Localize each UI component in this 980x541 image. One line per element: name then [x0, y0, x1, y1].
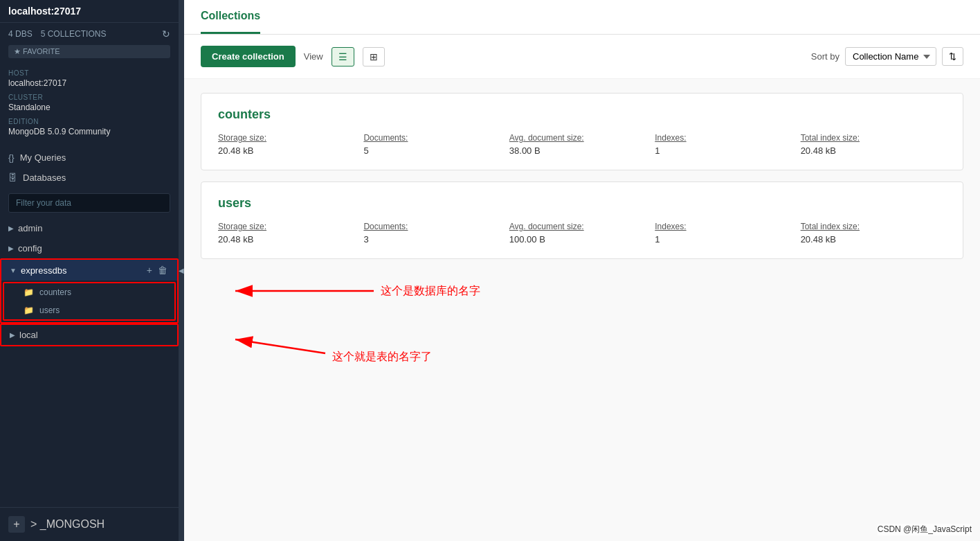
my-queries-label: My Queries [20, 152, 66, 163]
stat-documents: Documents: 5 [363, 133, 509, 156]
sidebar-item-users[interactable]: 📁 users [4, 301, 174, 319]
refresh-icon[interactable]: ↻ [162, 28, 170, 39]
cluster-value: Standalone [8, 103, 170, 112]
sort-select[interactable]: Collection Name Storage Size Documents [845, 47, 936, 66]
view-list-button[interactable]: ☰ [332, 47, 354, 66]
db-action-buttons: + 🗑 [145, 265, 169, 276]
sort-section: Sort by Collection Name Storage Size Doc… [811, 47, 963, 66]
annotation-text-2: 这个就是表的名字了 [332, 351, 432, 362]
host-value: localhost:27017 [8, 78, 170, 88]
db-name-local: local [19, 330, 169, 340]
local-group: ▶ local [0, 323, 179, 346]
collection-title-users[interactable]: users [218, 196, 946, 211]
stat-total-index-size: Total index size: 20.48 kB [801, 222, 946, 245]
mongosh-label: > _MONGOSH [30, 518, 105, 531]
sidebar-item-local[interactable]: ▶ local [1, 325, 177, 345]
stat-avg-doc-size: Avg. document size: 100.00 B [509, 222, 655, 245]
db-name-expressdbs: expressdbs [21, 265, 145, 276]
database-list: ▶ admin ▶ config ▼ expressdbs + 🗑 📁 cou [0, 218, 179, 507]
tab-collections[interactable]: Collections [201, 0, 260, 34]
view-label: View [304, 51, 323, 62]
main-content: Collections Create collection View ☰ ⊞ S… [184, 0, 980, 541]
collection-name-users: users [39, 305, 60, 315]
add-connection-button[interactable]: + [8, 516, 25, 533]
favorite-button[interactable]: ★ FAVORITE [8, 45, 170, 58]
sidebar-item-config[interactable]: ▶ config [0, 238, 179, 258]
chevron-right-icon: ▶ [8, 224, 14, 232]
folder-icon: 📁 [24, 287, 34, 297]
edition-label: EDITION [8, 118, 170, 125]
annotation-svg: 这个是数据库的名字 这个就是表的名字了 [201, 270, 616, 409]
add-collection-button[interactable]: + [145, 265, 154, 276]
collection-stats-users: Storage size: 20.48 kB Documents: 3 Avg.… [218, 222, 946, 245]
toolbar: Create collection View ☰ ⊞ Sort by Colle… [184, 35, 980, 79]
stat-avg-doc-size: Avg. document size: 38.00 B [509, 133, 655, 156]
chevron-down-icon: ▼ [10, 267, 17, 274]
databases-label: Databases [23, 172, 66, 183]
stat-indexes: Indexes: 1 [655, 133, 800, 156]
sort-label: Sort by [811, 51, 840, 62]
collections-content: counters Storage size: 20.48 kB Document… [184, 79, 980, 541]
main-header: Collections [184, 0, 980, 35]
annotation-area: 这个是数据库的名字 这个就是表的名字了 [201, 270, 963, 409]
sidebar-item-databases[interactable]: 🗄 Databases [0, 168, 179, 188]
db-name-config: config [18, 243, 170, 254]
sidebar-collapse-handle[interactable]: ◀ [179, 0, 184, 541]
collection-stats-counters: Storage size: 20.48 kB Documents: 5 Avg.… [218, 133, 946, 156]
chevron-right-icon: ▶ [10, 331, 15, 339]
stat-total-index-size: Total index size: 20.48 kB [801, 133, 946, 156]
annotation-text-1: 这个是数据库的名字 [381, 285, 480, 296]
sort-direction-button[interactable]: ⇅ [942, 47, 963, 66]
view-grid-button[interactable]: ⊞ [363, 47, 385, 66]
svg-line-3 [235, 339, 325, 353]
collection-name-counters: counters [39, 287, 71, 297]
sidebar-item-counters[interactable]: 📁 counters [4, 283, 174, 301]
collection-card-users: users Storage size: 20.48 kB Documents: … [201, 181, 963, 259]
folder-icon: 📁 [24, 305, 34, 315]
watermark: CSDN @闲鱼_JavaScript [878, 524, 972, 535]
sidebar-header: localhost:27017 [0, 0, 179, 23]
db-stats-row: 4 DBS 5 COLLECTIONS ↻ [0, 23, 179, 45]
delete-db-button[interactable]: 🗑 [156, 265, 169, 276]
sidebar: localhost:27017 4 DBS 5 COLLECTIONS ↻ ★ … [0, 0, 179, 541]
chevron-right-icon: ▶ [8, 245, 14, 252]
sidebar-bottom: + > _MONGOSH [0, 507, 179, 541]
filter-input[interactable] [8, 193, 170, 213]
host-label: HOST [8, 69, 170, 77]
app-title: localhost:27017 [8, 6, 170, 17]
create-collection-button[interactable]: Create collection [201, 46, 296, 67]
host-info: HOST localhost:27017 CLUSTER Standalone … [0, 64, 179, 148]
main-tabs: Collections [201, 0, 963, 34]
stat-storage-size: Storage size: 20.48 kB [218, 222, 363, 245]
db-name-admin: admin [18, 223, 170, 233]
stat-indexes: Indexes: 1 [655, 222, 800, 245]
sidebar-item-admin[interactable]: ▶ admin [0, 218, 179, 238]
collection-title-counters[interactable]: counters [218, 107, 946, 122]
dbs-count: 4 DBS [8, 29, 33, 39]
collapse-arrow-icon: ◀ [179, 267, 184, 274]
cluster-label: CLUSTER [8, 94, 170, 101]
stat-storage-size: Storage size: 20.48 kB [218, 133, 363, 156]
stat-documents: Documents: 3 [363, 222, 509, 245]
collections-group: 📁 counters 📁 users [3, 282, 176, 321]
collection-card-counters: counters Storage size: 20.48 kB Document… [201, 93, 963, 170]
edition-value: MongoDB 5.0.9 Community [8, 127, 170, 136]
sidebar-item-expressdbs[interactable]: ▼ expressdbs + 🗑 [1, 260, 177, 281]
expressdbs-group: ▼ expressdbs + 🗑 📁 counters 📁 users [0, 258, 179, 323]
collections-count: 5 COLLECTIONS [41, 29, 107, 39]
sidebar-item-my-queries[interactable]: {} My Queries [0, 148, 179, 168]
